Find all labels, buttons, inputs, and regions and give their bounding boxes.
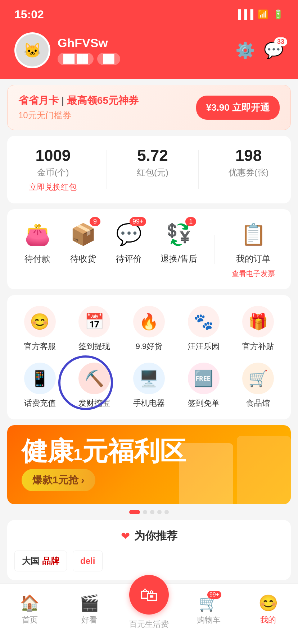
order-return[interactable]: 💱 1 退换/售后 bbox=[161, 220, 198, 264]
tool-treasure[interactable]: ⛏️ 发财挖宝 bbox=[69, 363, 120, 409]
order-icon-wrap-3: 💬 99+ bbox=[114, 220, 143, 249]
tool-pet-park[interactable]: 🐾 汪汪乐园 bbox=[178, 306, 229, 352]
header-actions: ⚙️ 💬 33 bbox=[235, 41, 284, 60]
coins-action[interactable]: 立即兑换红包 bbox=[29, 182, 77, 193]
banner-dots bbox=[0, 510, 298, 514]
tool-label-food: 食品馆 bbox=[246, 398, 270, 409]
tool-label-pet: 汪汪乐园 bbox=[188, 341, 220, 352]
coupons-label: 优惠券(张) bbox=[229, 167, 269, 178]
tool-label-electronics: 手机电器 bbox=[133, 398, 165, 409]
redpack-value: 5.72 bbox=[137, 147, 168, 165]
tool-electronics[interactable]: 🖥️ 手机电器 bbox=[123, 363, 175, 409]
recommendations-section: ❤ 为你推荐 大国品牌 deli bbox=[7, 520, 291, 580]
stat-coins[interactable]: 1009 金币(个) 立即兑换红包 bbox=[29, 147, 77, 193]
order-icon-wrap-5: 📋 bbox=[239, 220, 268, 249]
subsidy-icon: 🎁 bbox=[242, 306, 274, 337]
stat-divider-2 bbox=[198, 150, 199, 189]
tool-customer-service[interactable]: 😊 官方客服 bbox=[14, 306, 66, 352]
user-sub: ██ ██ ██ bbox=[58, 53, 120, 65]
coupons-value: 198 bbox=[229, 147, 269, 165]
tool-phone-recharge[interactable]: 📱 话费充值 bbox=[14, 363, 66, 409]
stat-redpack[interactable]: 5.72 红包(元) bbox=[137, 147, 168, 193]
stat-coupons[interactable]: 198 优惠券(张) bbox=[229, 147, 269, 193]
settings-button[interactable]: ⚙️ bbox=[235, 41, 255, 60]
order-label-1: 待付款 bbox=[24, 253, 50, 264]
order-pending-payment[interactable]: 👛 待付款 bbox=[23, 220, 52, 264]
product-image-1 bbox=[179, 443, 233, 504]
nav-home[interactable]: 🏠 首页 bbox=[8, 594, 51, 625]
stat-divider-1 bbox=[107, 150, 107, 189]
order-icon-wrap-2: 📦 9 bbox=[69, 220, 98, 249]
dot-3 bbox=[150, 510, 154, 514]
tool-checkin[interactable]: 📅 签到提现 bbox=[69, 306, 120, 352]
tools-grid: 😊 官方客服 📅 签到提现 🔥 9.9好货 🐾 汪汪乐园 🎁 官方补贴 📱 话费… bbox=[14, 306, 284, 409]
product-image-2 bbox=[237, 436, 291, 504]
promo-number: 1 bbox=[73, 446, 82, 463]
pet-park-icon: 🐾 bbox=[188, 306, 220, 337]
heart-icon: ❤ bbox=[121, 530, 130, 542]
message-button[interactable]: 💬 33 bbox=[264, 41, 284, 60]
nav-cart[interactable]: 🛒 99+ 购物车 bbox=[187, 594, 230, 625]
orders-grid: 👛 待付款 📦 9 待收货 💬 99+ 待评价 💱 1 退换/售后 bbox=[14, 220, 284, 279]
message-badge: 33 bbox=[274, 37, 287, 46]
dot-4 bbox=[157, 510, 162, 514]
order-pending-review[interactable]: 💬 99+ 待评价 bbox=[114, 220, 143, 264]
tool-label-phone: 话费充值 bbox=[24, 398, 56, 409]
promo-banner[interactable]: 健康1元福利区 爆款1元抢 › bbox=[7, 425, 291, 504]
order-icon-wrap-4: 💱 1 bbox=[164, 220, 193, 249]
tool-subsidy[interactable]: 🎁 官方补贴 bbox=[232, 306, 284, 352]
dot-1 bbox=[129, 510, 140, 514]
phone-recharge-icon: 📱 bbox=[24, 363, 56, 394]
avatar-image: 🐱 bbox=[16, 34, 49, 66]
brand-daguopinpai[interactable]: 大国品牌 bbox=[14, 551, 67, 571]
order-pending-delivery[interactable]: 📦 9 待收货 bbox=[69, 220, 98, 264]
order-divider bbox=[215, 235, 215, 264]
return-badge: 1 bbox=[185, 217, 196, 226]
cart-badge: 99+ bbox=[207, 591, 221, 599]
avatar[interactable]: 🐱 bbox=[14, 32, 50, 68]
promo-products bbox=[179, 436, 291, 504]
bottom-nav: 🏠 首页 🎬 好看 🛍 百元生活费 🛒 99+ 购物车 😊 我的 bbox=[0, 583, 298, 644]
tools-section: 😊 官方客服 📅 签到提现 🔥 9.9好货 🐾 汪汪乐园 🎁 官方补贴 📱 话费… bbox=[7, 295, 291, 419]
customer-service-icon: 😊 bbox=[24, 306, 56, 337]
status-bar: 15:02 ▐▐▐ 📶 🔋 bbox=[0, 0, 298, 25]
user-tag-1: ██ ██ bbox=[58, 53, 94, 65]
promo-main-text: 健康1元福利区 bbox=[22, 438, 186, 464]
nav-video[interactable]: 🎬 好看 bbox=[68, 594, 111, 625]
order-all[interactable]: 📋 我的订单 查看电子发票 bbox=[232, 220, 275, 279]
banner-left: 省省月卡 | 最高领65元神券 10元无门槛券 bbox=[18, 94, 139, 121]
nav-mine[interactable]: 😊 我的 bbox=[247, 594, 290, 625]
tool-label-99: 9.9好货 bbox=[136, 341, 163, 352]
nav-center-button[interactable]: 🛍 bbox=[129, 575, 169, 615]
nav-center-label: 百元生活费 bbox=[129, 619, 169, 630]
rec-header: ❤ 为你推荐 bbox=[14, 529, 284, 543]
rec-brands: 大国品牌 deli bbox=[14, 551, 284, 571]
99-goods-icon: 🔥 bbox=[133, 306, 165, 337]
dot-2 bbox=[143, 510, 147, 514]
user-tag-2: ██ bbox=[97, 53, 120, 65]
brand-deli[interactable]: deli bbox=[73, 551, 103, 571]
tool-label-checkin: 签到提现 bbox=[78, 341, 110, 352]
order-sub-5: 查看电子发票 bbox=[232, 269, 275, 279]
tool-99[interactable]: 🔥 9.9好货 bbox=[123, 306, 175, 352]
tool-free-checkin[interactable]: 🆓 签到免单 bbox=[178, 363, 229, 409]
order-label-3: 待评价 bbox=[116, 253, 142, 264]
mine-icon: 😊 bbox=[258, 594, 278, 612]
monthly-activate-button[interactable]: ¥3.90 立即开通 bbox=[196, 96, 280, 120]
coins-label: 金币(个) bbox=[29, 167, 77, 178]
monthly-banner[interactable]: 省省月卡 | 最高领65元神券 10元无门槛券 ¥3.90 立即开通 bbox=[7, 85, 291, 130]
tool-food[interactable]: 🛒 食品馆 bbox=[232, 363, 284, 409]
banner-sub: 10元无门槛券 bbox=[18, 110, 139, 121]
free-checkin-icon: 🆓 bbox=[188, 363, 220, 394]
username: GhFVSw bbox=[58, 36, 120, 50]
header: 🐱 GhFVSw ██ ██ ██ ⚙️ 💬 33 bbox=[0, 25, 298, 79]
promo-sub-button[interactable]: 爆款1元抢 › bbox=[22, 469, 95, 491]
order-label-2: 待收货 bbox=[70, 253, 96, 264]
coins-value: 1009 bbox=[29, 147, 77, 165]
all-orders-icon: 📋 bbox=[240, 222, 266, 247]
battery-icon: 🔋 bbox=[273, 9, 284, 19]
status-icons: ▐▐▐ 📶 🔋 bbox=[235, 9, 284, 19]
nav-center[interactable]: 🛍 百元生活费 bbox=[127, 589, 171, 630]
treasure-icon: ⛏️ bbox=[78, 363, 110, 394]
status-time: 15:02 bbox=[14, 8, 44, 21]
